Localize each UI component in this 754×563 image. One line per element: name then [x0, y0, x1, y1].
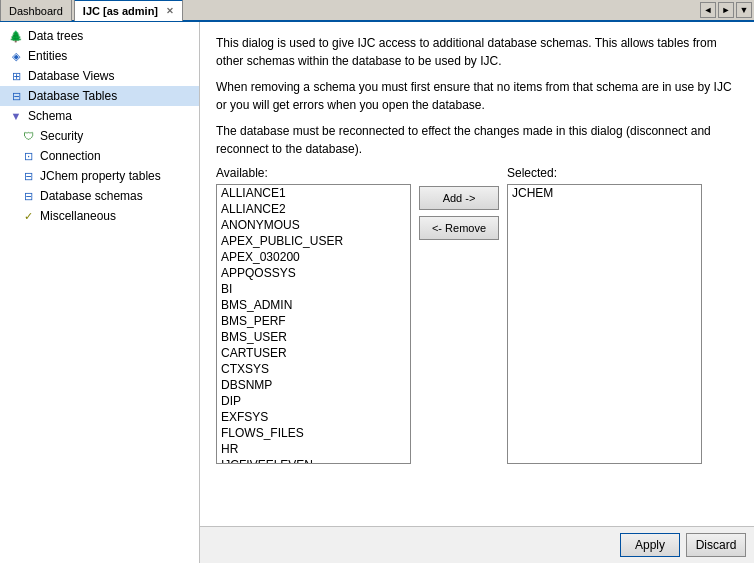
content-area: This dialog is used to give IJC access t… [200, 22, 754, 563]
selected-list-item[interactable]: JCHEM [508, 185, 701, 201]
description-1: This dialog is used to give IJC access t… [216, 34, 738, 70]
selected-label: Selected: [507, 166, 702, 180]
available-list-item[interactable]: ANONYMOUS [217, 217, 410, 233]
available-list[interactable]: ALLIANCE1ALLIANCE2ANONYMOUSAPEX_PUBLIC_U… [216, 184, 411, 464]
action-buttons: Add -> <- Remove [419, 186, 499, 240]
add-button[interactable]: Add -> [419, 186, 499, 210]
available-list-item[interactable]: APEX_PUBLIC_USER [217, 233, 410, 249]
sidebar-item-database-views-label: Database Views [28, 69, 115, 83]
available-list-item[interactable]: BI [217, 281, 410, 297]
main-layout: 🌲 Data trees ◈ Entities ⊞ Database Views… [0, 22, 754, 563]
available-list-item[interactable]: CARTUSER [217, 345, 410, 361]
description-2: When removing a schema you must first en… [216, 78, 738, 114]
security-icon: 🛡 [20, 128, 36, 144]
sidebar-item-data-trees-label: Data trees [28, 29, 83, 43]
sidebar-item-security[interactable]: 🛡 Security [0, 126, 199, 146]
sidebar-item-security-label: Security [40, 129, 83, 143]
tab-nav: ◄ ► ▼ [700, 2, 754, 18]
selected-section: Selected: JCHEM [507, 166, 702, 464]
sidebar: 🌲 Data trees ◈ Entities ⊞ Database Views… [0, 22, 200, 563]
miscellaneous-icon: ✓ [20, 208, 36, 224]
sidebar-item-database-tables-label: Database Tables [28, 89, 117, 103]
sidebar-item-data-trees[interactable]: 🌲 Data trees [0, 26, 199, 46]
tab-nav-forward[interactable]: ► [718, 2, 734, 18]
content-body: This dialog is used to give IJC access t… [200, 22, 754, 526]
sidebar-item-database-schemas-label: Database schemas [40, 189, 143, 203]
remove-button[interactable]: <- Remove [419, 216, 499, 240]
sidebar-item-database-views[interactable]: ⊞ Database Views [0, 66, 199, 86]
sidebar-item-entities[interactable]: ◈ Entities [0, 46, 199, 66]
available-list-item[interactable]: APPQOSSYS [217, 265, 410, 281]
available-list-item[interactable]: BMS_USER [217, 329, 410, 345]
tab-ijc-admin[interactable]: IJC [as admin] ✕ [74, 0, 183, 21]
database-tables-icon: ⊟ [8, 88, 24, 104]
entities-icon: ◈ [8, 48, 24, 64]
sidebar-item-miscellaneous-label: Miscellaneous [40, 209, 116, 223]
sidebar-item-connection[interactable]: ⊡ Connection [0, 146, 199, 166]
available-list-item[interactable]: DBSNMP [217, 377, 410, 393]
available-list-item[interactable]: CTXSYS [217, 361, 410, 377]
sidebar-item-schema-label: Schema [28, 109, 72, 123]
sidebar-item-jchem-property-label: JChem property tables [40, 169, 161, 183]
database-views-icon: ⊞ [8, 68, 24, 84]
sidebar-item-connection-label: Connection [40, 149, 101, 163]
footer: Apply Discard [200, 526, 754, 563]
available-list-item[interactable]: HR [217, 441, 410, 457]
schema-expand-icon: ▼ [8, 108, 24, 124]
sidebar-item-schema[interactable]: ▼ Schema [0, 106, 199, 126]
available-list-item[interactable]: FLOWS_FILES [217, 425, 410, 441]
available-list-item[interactable]: BMS_ADMIN [217, 297, 410, 313]
available-list-item[interactable]: EXFSYS [217, 409, 410, 425]
data-trees-icon: 🌲 [8, 28, 24, 44]
sidebar-item-entities-label: Entities [28, 49, 67, 63]
dual-list-container: Available: ALLIANCE1ALLIANCE2ANONYMOUSAP… [216, 166, 738, 464]
apply-button[interactable]: Apply [620, 533, 680, 557]
sidebar-item-miscellaneous[interactable]: ✓ Miscellaneous [0, 206, 199, 226]
database-schemas-icon: ⊟ [20, 188, 36, 204]
available-list-item[interactable]: ALLIANCE1 [217, 185, 410, 201]
tab-nav-back[interactable]: ◄ [700, 2, 716, 18]
tab-nav-menu[interactable]: ▼ [736, 2, 752, 18]
description-3: The database must be reconnected to effe… [216, 122, 738, 158]
available-list-item[interactable]: BMS_PERF [217, 313, 410, 329]
tab-ijc-admin-label: IJC [as admin] [83, 5, 158, 17]
available-list-item[interactable]: DIP [217, 393, 410, 409]
tab-bar: Dashboard IJC [as admin] ✕ ◄ ► ▼ [0, 0, 754, 22]
available-list-item[interactable]: APEX_030200 [217, 249, 410, 265]
sidebar-item-jchem-property-tables[interactable]: ⊟ JChem property tables [0, 166, 199, 186]
sidebar-item-database-schemas[interactable]: ⊟ Database schemas [0, 186, 199, 206]
tab-ijc-admin-close[interactable]: ✕ [166, 6, 174, 16]
discard-button[interactable]: Discard [686, 533, 746, 557]
available-list-item[interactable]: IJCFIVEELEVEN [217, 457, 410, 464]
connection-icon: ⊡ [20, 148, 36, 164]
available-list-item[interactable]: ALLIANCE2 [217, 201, 410, 217]
tab-dashboard-label: Dashboard [9, 5, 63, 17]
tab-dashboard[interactable]: Dashboard [0, 0, 72, 21]
jchem-property-icon: ⊟ [20, 168, 36, 184]
available-label: Available: [216, 166, 411, 180]
selected-list[interactable]: JCHEM [507, 184, 702, 464]
available-section: Available: ALLIANCE1ALLIANCE2ANONYMOUSAP… [216, 166, 411, 464]
sidebar-item-database-tables[interactable]: ⊟ Database Tables [0, 86, 199, 106]
